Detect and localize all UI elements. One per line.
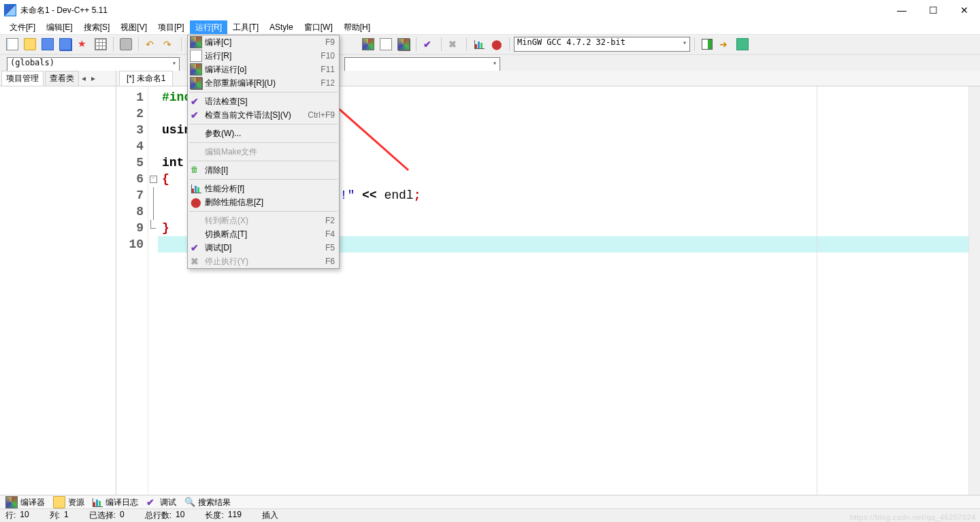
menu-item[interactable]: ✔检查当前文件语法[S](V)Ctrl+F9 xyxy=(188,108,339,122)
status-len: 119 xyxy=(228,510,242,521)
left-tab-classes[interactable]: 查看类 xyxy=(45,71,79,86)
menu-item-label: 切换断点[T] xyxy=(202,229,297,240)
menu-item-shortcut: F11 xyxy=(297,65,335,74)
redo-button[interactable]: ↷ xyxy=(161,36,177,52)
main-toolbar: ★ ↶ ↷ 🔍 ✔ ✖ ⬤ MinGW GCC 4.7.2 32-bit xyxy=(0,34,980,54)
tab-resources[interactable]: 资源 xyxy=(53,496,84,508)
code-token: endl xyxy=(384,189,413,202)
left-tab-project[interactable]: 项目管理 xyxy=(1,71,44,86)
menu-item[interactable]: 编译[C]F9 xyxy=(188,35,339,49)
editor-tab[interactable]: [*] 未命名1 xyxy=(119,71,173,86)
tab-compiler[interactable]: 编译器 xyxy=(5,496,45,508)
exit-icon xyxy=(702,39,713,50)
status-col-label: 列: xyxy=(50,510,60,521)
menu-item-label: 编译运行[o] xyxy=(202,64,297,76)
new-file-button[interactable] xyxy=(4,36,20,52)
delete-profile-button[interactable]: ⬤ xyxy=(489,36,505,52)
menu-project[interactable]: 项目[P] xyxy=(152,20,190,34)
menu-item-label: 参数(W)... xyxy=(202,128,297,140)
code-token: ; xyxy=(414,189,421,202)
tab-debug[interactable]: ✔调试 xyxy=(146,497,176,508)
grid-button[interactable] xyxy=(93,36,109,52)
status-len-label: 长度: xyxy=(205,510,223,521)
menu-item-label: 性能分析[f] xyxy=(202,183,297,195)
menu-tools[interactable]: 工具[T] xyxy=(227,20,264,34)
grid-icon xyxy=(95,38,107,50)
import-button[interactable]: ➜ xyxy=(717,36,733,52)
compile-icon xyxy=(190,63,202,76)
menu-item[interactable]: ✔语法检查[S] xyxy=(188,95,339,108)
code-token: << xyxy=(355,189,384,202)
vertical-scrollbar[interactable] xyxy=(968,86,980,495)
profile-button[interactable] xyxy=(471,36,487,52)
code-token: int xyxy=(162,156,184,169)
menu-item-shortcut: Ctrl+F9 xyxy=(297,110,335,120)
compile-icon xyxy=(362,38,374,50)
undo-icon: ↶ xyxy=(146,39,157,50)
scope-select[interactable]: (globals) xyxy=(7,57,180,72)
maximize-button[interactable]: ☐ xyxy=(917,0,949,20)
menu-item[interactable]: 参数(W)... xyxy=(188,127,339,140)
left-tab-prev[interactable]: ◂ xyxy=(79,74,88,83)
menu-item[interactable]: ⬤删除性能信息[Z] xyxy=(188,195,339,209)
menu-view[interactable]: 视图[V] xyxy=(115,20,152,34)
print-button[interactable] xyxy=(118,36,134,52)
profile-icon xyxy=(474,40,485,49)
menu-item[interactable]: 全部重新编译[R](U)F12 xyxy=(188,76,339,90)
menu-file[interactable]: 文件[F] xyxy=(4,20,41,34)
menu-astyle[interactable]: AStyle xyxy=(264,20,299,34)
check-icon: ✔ xyxy=(146,497,157,508)
menu-item-label: 全部重新编译[R](U) xyxy=(202,78,297,89)
bug-icon: ⬤ xyxy=(491,39,502,50)
menu-item-label: 运行[R] xyxy=(202,50,297,62)
menu-edit[interactable]: 编辑[E] xyxy=(41,20,78,34)
app-icon xyxy=(4,4,16,16)
open-button[interactable] xyxy=(22,36,38,52)
status-total-label: 总行数: xyxy=(145,510,172,521)
menu-item[interactable]: 运行[R]F10 xyxy=(188,49,339,63)
status-row-label: 行: xyxy=(5,510,16,521)
menu-item-label: 调试[D] xyxy=(202,242,297,254)
compile-button[interactable] xyxy=(360,36,376,52)
stop-button[interactable]: ✖ xyxy=(446,36,462,52)
run-button[interactable] xyxy=(378,36,394,52)
code-token: } xyxy=(162,221,169,235)
compiler-select[interactable]: MinGW GCC 4.7.2 32-bit xyxy=(514,37,690,52)
menu-item-shortcut: F12 xyxy=(297,78,335,88)
menu-item-label: 语法检查[S] xyxy=(202,96,297,108)
print-icon xyxy=(120,38,132,50)
minimize-button[interactable]: — xyxy=(886,0,917,20)
undo-button[interactable]: ↶ xyxy=(143,36,159,52)
fold-toggle-icon[interactable]: − xyxy=(150,176,157,183)
menu-item[interactable]: 切换断点[T]F4 xyxy=(188,227,339,241)
redo-icon: ↷ xyxy=(163,39,174,50)
left-tab-next[interactable]: ▸ xyxy=(88,74,98,83)
chart-icon xyxy=(191,184,201,193)
menu-item[interactable]: 性能分析[f] xyxy=(188,182,339,195)
menu-help[interactable]: 帮助[H] xyxy=(338,20,376,34)
class-browser-select[interactable] xyxy=(344,57,500,72)
menu-item-shortcut: F9 xyxy=(297,37,335,47)
exit-button[interactable] xyxy=(699,36,715,52)
save-button[interactable] xyxy=(39,36,56,52)
status-sel: 0 xyxy=(120,510,125,521)
disk-button[interactable] xyxy=(734,36,751,52)
tab-search-results[interactable]: 🔍搜索结果 xyxy=(184,497,231,508)
menu-run[interactable]: 运行[R] xyxy=(190,20,227,34)
menu-item[interactable]: ✔调试[D]F5 xyxy=(188,241,339,255)
bug-icon: ⬤ xyxy=(191,197,201,208)
menu-item[interactable]: 🗑清除[I] xyxy=(188,163,339,177)
menu-item[interactable]: 编译运行[o]F11 xyxy=(188,63,339,76)
menu-window[interactable]: 窗口[W] xyxy=(299,20,338,34)
debug-check-button[interactable]: ✔ xyxy=(421,36,437,52)
menu-search[interactable]: 搜索[S] xyxy=(78,20,116,34)
output-tabs: 编译器 资源 编译日志 ✔调试 🔍搜索结果 xyxy=(0,495,980,509)
menu-item: 转到断点(X)F2 xyxy=(188,214,339,227)
tab-compile-log[interactable]: 编译日志 xyxy=(93,497,138,508)
save-all-button[interactable] xyxy=(57,36,74,52)
close-button[interactable]: ✕ xyxy=(949,0,980,20)
rebuild-button[interactable] xyxy=(395,36,412,52)
star-button[interactable]: ★ xyxy=(75,36,91,52)
compiler-select-value: MinGW GCC 4.7.2 32-bit xyxy=(517,37,625,47)
save-icon xyxy=(42,38,54,50)
